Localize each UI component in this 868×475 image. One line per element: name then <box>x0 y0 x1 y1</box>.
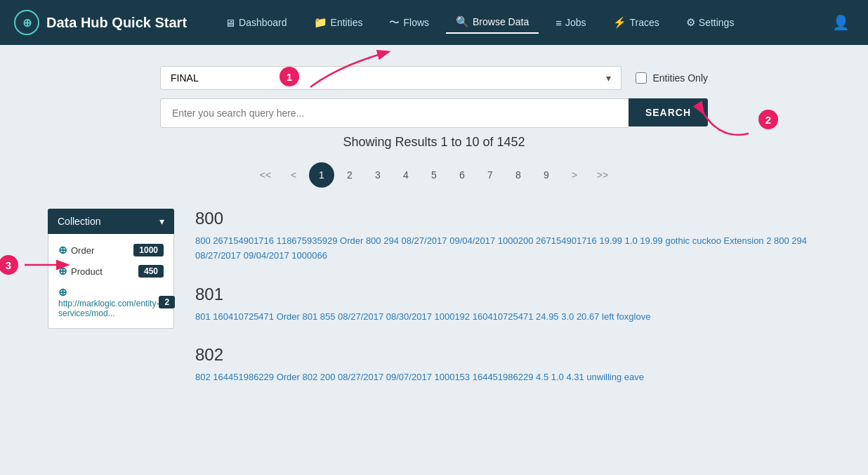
collection-url-left: ⊕ http://marklogic.com/entity-services/m… <box>58 286 159 318</box>
result-text-802[interactable]: 802 164451986229 Order 802 200 08/27/201… <box>195 370 820 385</box>
result-id-800: 800 <box>195 209 820 228</box>
annotation-num-3: 3 <box>0 255 18 275</box>
page-last[interactable]: >> <box>590 162 615 188</box>
collection-header[interactable]: Collection ▾ <box>48 209 174 234</box>
results-area: Showing Results 1 to 10 of 1452 << < 1 2… <box>160 135 708 188</box>
results-list: 800 800 267154901716 118675935929 Order … <box>195 209 820 406</box>
result-text-801[interactable]: 801 160410725471 Order 801 855 08/27/201… <box>195 310 820 325</box>
entities-only-text: Entities Only <box>652 72 708 84</box>
brand: ⊕ Data Hub Quick Start <box>14 10 187 35</box>
result-id-802: 802 <box>195 345 820 365</box>
dashboard-icon: 🖥 <box>225 17 235 29</box>
collection-item-order-left: ⊕ Order <box>58 244 94 256</box>
nav-jobs[interactable]: ≡ Jobs <box>546 13 596 33</box>
collection-collapse-icon: ▾ <box>159 216 164 227</box>
collection-url-badge: 2 <box>159 296 175 308</box>
nav-traces[interactable]: ⚡ Traces <box>603 12 669 33</box>
nav-browse-data[interactable]: 🔍 Browse Data <box>446 11 539 34</box>
result-entry-802: 802 802 164451986229 Order 802 200 08/27… <box>195 345 820 385</box>
collection-order-badge: 1000 <box>133 244 164 256</box>
collection-url-item[interactable]: ⊕ http://marklogic.com/entity-services/m… <box>48 282 173 323</box>
logo-symbol: ⊕ <box>22 16 32 30</box>
entities-icon: 📁 <box>314 16 327 29</box>
result-entry-801: 801 801 160410725471 Order 801 855 08/27… <box>195 285 820 325</box>
collection-item-product-left: ⊕ Product <box>58 265 103 278</box>
page-prev[interactable]: < <box>281 162 306 188</box>
search-button[interactable]: SEARCH <box>629 98 708 126</box>
pagination: << < 1 2 3 4 5 6 7 8 9 > >> <box>160 162 708 188</box>
browse-icon: 🔍 <box>456 15 469 28</box>
collection-item-product[interactable]: ⊕ Product 450 <box>48 261 173 282</box>
nav-dashboard-label: Dashboard <box>239 17 287 28</box>
entities-only-label: Entities Only <box>636 72 708 84</box>
collection-product-label: Product <box>71 266 103 277</box>
database-dropdown[interactable]: FINAL ▾ <box>160 66 622 90</box>
collection-url-text: http://marklogic.com/entity-services/mod… <box>58 299 159 318</box>
page-7[interactable]: 7 <box>478 162 503 188</box>
flows-icon: 〜 <box>389 16 400 30</box>
annotation-arrow-2 <box>699 98 756 141</box>
results-summary: Showing Results 1 to 10 of 1452 <box>160 135 708 150</box>
nav-traces-label: Traces <box>630 17 659 28</box>
result-entry-800: 800 800 267154901716 118675935929 Order … <box>195 209 820 263</box>
main-content: 1 FINAL ▾ Entities Only <box>0 45 868 427</box>
nav-jobs-label: Jobs <box>565 17 586 28</box>
collection-order-plus-icon: ⊕ <box>58 244 67 256</box>
app-title: Data Hub Quick Start <box>46 15 187 31</box>
collection-product-plus-icon: ⊕ <box>58 265 67 278</box>
page-6[interactable]: 6 <box>449 162 475 188</box>
page-next[interactable]: > <box>562 162 587 188</box>
page-2[interactable]: 2 <box>337 162 362 188</box>
dropdown-arrow-icon: ▾ <box>606 72 611 84</box>
nav-browse-label: Browse Data <box>473 16 529 27</box>
nav-entities-label: Entities <box>331 17 363 28</box>
app-logo: ⊕ <box>14 10 39 35</box>
collection-url-plus-icon: ⊕ <box>58 286 67 298</box>
page-1[interactable]: 1 <box>309 162 334 188</box>
sidebar: 3 Collection ▾ ⊕ Order <box>48 209 174 406</box>
settings-icon: ⚙ <box>686 16 695 29</box>
dropdown-value: FINAL <box>171 72 199 84</box>
user-icon[interactable]: 👤 <box>828 10 854 35</box>
search-section: 1 FINAL ▾ Entities Only <box>160 66 708 128</box>
content-layout: 3 Collection ▾ ⊕ Order <box>48 209 820 406</box>
collection-product-badge: 450 <box>138 265 164 278</box>
nav-flows[interactable]: 〜 Flows <box>379 12 439 34</box>
nav-settings[interactable]: ⚙ Settings <box>676 12 744 33</box>
result-id-801: 801 <box>195 285 820 304</box>
app-wrapper: ⊕ Data Hub Quick Start 🖥 Dashboard 📁 Ent… <box>0 0 868 427</box>
entities-only-checkbox[interactable] <box>636 72 647 84</box>
page-8[interactable]: 8 <box>506 162 531 188</box>
nav-dashboard[interactable]: 🖥 Dashboard <box>215 13 297 33</box>
page-first[interactable]: << <box>253 162 278 188</box>
nav-settings-label: Settings <box>699 17 735 28</box>
search-row: SEARCH 2 <box>160 98 708 128</box>
search-top-row: FINAL ▾ Entities Only <box>160 66 708 90</box>
collection-body: ⊕ Order 1000 ⊕ Product 450 <box>48 234 174 329</box>
search-input[interactable] <box>160 98 629 128</box>
page-4[interactable]: 4 <box>393 162 419 188</box>
page-9[interactable]: 9 <box>534 162 559 188</box>
jobs-icon: ≡ <box>555 17 562 29</box>
traces-icon: ⚡ <box>613 16 626 29</box>
nav-entities[interactable]: 📁 Entities <box>304 12 373 33</box>
annotation-2-wrapper: 2 <box>699 98 778 141</box>
navbar: ⊕ Data Hub Quick Start 🖥 Dashboard 📁 Ent… <box>0 0 868 45</box>
annotation-num-2: 2 <box>758 110 778 129</box>
search-btn-wrapper: SEARCH 2 <box>629 98 708 128</box>
page-5[interactable]: 5 <box>421 162 447 188</box>
collection-label: Collection <box>58 216 100 227</box>
collection-order-label: Order <box>71 245 94 256</box>
page-3[interactable]: 3 <box>365 162 390 188</box>
result-text-800[interactable]: 800 267154901716 118675935929 Order 800 … <box>195 234 820 263</box>
nav-flows-label: Flows <box>403 17 429 28</box>
collection-item-order[interactable]: ⊕ Order 1000 <box>48 240 173 261</box>
